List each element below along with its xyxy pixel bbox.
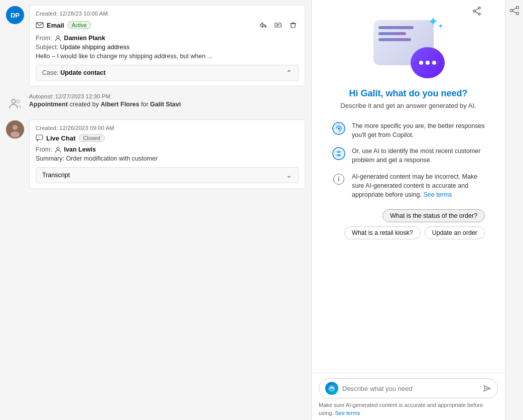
illus-dot-2 <box>426 61 430 65</box>
illus-dots <box>419 61 436 65</box>
email-header: Email Active <box>36 20 299 31</box>
livechat-meta: Created: 12/26/2023 09:00 AM <box>36 125 299 131</box>
input-row <box>319 378 498 398</box>
hint-2: Or, use AI to identify the most recent c… <box>332 147 485 165</box>
livechat-summary-value: Order modification with customer <box>66 155 158 162</box>
svg-line-28 <box>512 11 516 13</box>
left-panel: DP Created: 12/28/23 10:00 AM Email Acti… <box>0 0 311 420</box>
svg-point-9 <box>13 125 18 130</box>
share-bar-icon[interactable] <box>509 5 520 18</box>
copilot-hint-icon-1 <box>332 121 346 135</box>
avatar-ivan <box>6 120 24 138</box>
livechat-summary-label: Summary: <box>36 155 64 162</box>
copilot-hint-text-2: Or, use AI to identify the most recent c… <box>352 147 485 165</box>
livechat-transcript-row[interactable]: Transcript ⌄ <box>36 167 299 183</box>
copilot-panel: ✦ ✦ Hi Galit, what do you need? Describe… <box>311 0 505 420</box>
copilot-input-field[interactable] <box>342 385 478 392</box>
email-actions <box>257 20 299 31</box>
delete-icon[interactable] <box>288 20 299 31</box>
autopost-text: Appointment created by Albert Flores for… <box>29 101 305 108</box>
autopost-label: Autopost: <box>29 93 54 99</box>
svg-point-26 <box>510 10 512 12</box>
copilot-subtitle: Describe it and get an answer generated … <box>340 102 476 109</box>
autopost-icon-svg <box>8 96 22 110</box>
copilot-hint-text-3: AI-generated content may be incorrect. M… <box>352 172 485 199</box>
svg-point-12 <box>57 148 59 150</box>
email-from-name: Damien Plank <box>64 35 105 42</box>
email-meta-date: 12/28/23 10:00 AM <box>59 11 108 17</box>
svg-point-20 <box>333 148 345 160</box>
svg-point-13 <box>478 7 480 9</box>
autopost-appointment: Appointment <box>29 101 68 108</box>
avatar-dp: DP <box>6 6 24 24</box>
livechat-conversation-item: Created: 12/26/2023 09:00 AM Live Chat C… <box>6 119 305 189</box>
copilot-small-avatar <box>325 382 338 395</box>
illus-line-1 <box>378 26 414 29</box>
svg-line-16 <box>475 9 478 11</box>
illus-line-3 <box>378 38 411 41</box>
email-from-label: From: <box>36 35 52 42</box>
hint-3: i AI-generated content may be incorrect.… <box>332 172 485 199</box>
autopost-avatar <box>6 94 24 112</box>
hint-1: The more specific you are, the better re… <box>332 121 485 139</box>
svg-point-6 <box>12 99 16 103</box>
reply-icon[interactable] <box>257 20 269 31</box>
email-case-row[interactable]: Case: Update contact ⌃ <box>36 65 299 81</box>
livechat-from-name: Ivan Lewis <box>64 146 96 153</box>
email-subject: Subject: Update shipping address <box>36 44 299 51</box>
svg-point-19 <box>338 127 340 129</box>
autopost-content: Autopost: 12/27/2023 12:30 PM Appointmen… <box>29 93 305 108</box>
person-icon <box>55 35 61 42</box>
svg-point-14 <box>478 13 480 15</box>
email-meta: Created: 12/28/23 10:00 AM <box>36 11 299 17</box>
livechat-type-row: Live Chat Closed <box>36 134 299 142</box>
illus-dot-1 <box>419 61 423 65</box>
livechat-summary: Summary: Order modification with custome… <box>36 155 299 162</box>
livechat-transcript-label: Transcript <box>42 172 70 179</box>
email-case-label: Case: Update contact <box>42 69 105 76</box>
info-hint-icon: i <box>332 172 346 186</box>
illus-chat-bubble <box>411 47 445 78</box>
email-channel-label: Email <box>47 22 64 29</box>
livechat-channel-icon <box>36 134 43 142</box>
suggestion-chip-1[interactable]: What is the status of the order? <box>382 209 485 222</box>
case-chevron-up-icon: ⌃ <box>286 69 292 77</box>
autopost-created-by: created by <box>70 101 101 108</box>
svg-rect-11 <box>36 135 43 139</box>
case-prefix-text: Case: <box>42 69 59 76</box>
email-from: From: Damien Plank <box>36 35 299 42</box>
copilot-hints: The more specific you are, the better re… <box>327 121 490 199</box>
hint-3-text: AI-generated content may be incorrect. M… <box>352 173 477 198</box>
send-icon[interactable] <box>482 384 491 393</box>
email-subject-label: Subject: <box>36 44 58 51</box>
see-terms-link-footer[interactable]: See terms <box>335 410 360 416</box>
sparkle-large-icon: ✦ <box>428 14 439 30</box>
copilot-hint-text-1: The more specific you are, the better re… <box>352 121 485 139</box>
email-body: Hello – I would like to change my shippi… <box>36 53 299 60</box>
email-channel-icon <box>36 21 44 29</box>
livechat-card: Created: 12/26/2023 09:00 AM Live Chat C… <box>29 119 305 189</box>
info-circle-icon: i <box>333 174 344 185</box>
see-terms-link-hints[interactable]: See terms <box>423 191 452 198</box>
suggestion-chip-3[interactable]: Update an order <box>425 226 485 239</box>
svg-point-5 <box>57 36 59 39</box>
forward-icon[interactable] <box>273 20 284 31</box>
copilot-input-area: Make sure AI-generated content is accura… <box>312 373 505 420</box>
email-card: Created: 12/28/23 10:00 AM Email Active <box>29 5 305 86</box>
livechat-meta-label: Created: <box>36 125 58 131</box>
email-type-row: Email Active <box>36 21 91 29</box>
copilot-hint-icon-2 <box>332 147 346 161</box>
share-icon[interactable] <box>472 6 482 18</box>
case-title-text: Update contact <box>60 69 105 76</box>
svg-point-22 <box>331 387 333 388</box>
svg-point-10 <box>11 131 20 137</box>
autopost-date: 12/27/2023 12:30 PM <box>55 93 110 99</box>
copilot-main-area: ✦ ✦ Hi Galit, what do you need? Describe… <box>312 0 505 373</box>
autopost-meta: Autopost: 12/27/2023 12:30 PM <box>29 93 305 99</box>
autopost-item: Autopost: 12/27/2023 12:30 PM Appointmen… <box>6 93 305 112</box>
svg-rect-1 <box>275 23 281 27</box>
suggestion-chip-2[interactable]: What is a retail kiosk? <box>344 226 421 239</box>
svg-line-17 <box>475 12 478 14</box>
illus-dot-3 <box>432 61 436 65</box>
disclaimer-text: Make sure AI-generated content is accura… <box>319 401 498 417</box>
